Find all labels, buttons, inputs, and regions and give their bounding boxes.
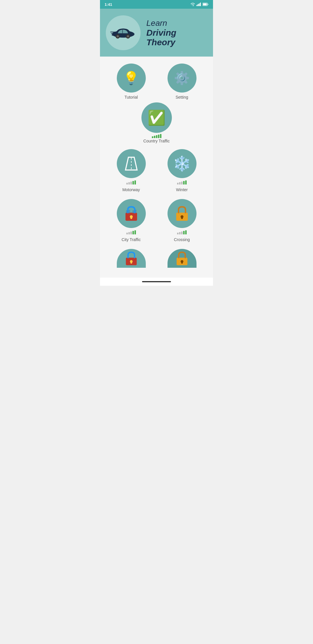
crossing-circle — [168, 199, 196, 228]
svg-rect-2 — [199, 3, 200, 6]
crossing-label: Crossing — [174, 237, 190, 242]
extra1-item[interactable] — [117, 249, 146, 268]
motorway-progress — [126, 180, 136, 184]
svg-rect-6 — [203, 3, 207, 6]
country-traffic-item[interactable]: ✅ Country Traffic — [106, 102, 207, 143]
main-content: 💡 Tutorial ⚙️ Setting ✅ Country Traffic — [100, 57, 213, 278]
country-traffic-label: Country Traffic — [143, 139, 170, 143]
app-logo — [106, 15, 141, 50]
nav-home-pill[interactable] — [142, 281, 171, 282]
svg-rect-0 — [196, 5, 197, 6]
winter-circle: ❄️ — [168, 149, 196, 178]
extra2-circle — [168, 249, 196, 268]
city-traffic-item[interactable]: City Traffic — [117, 199, 146, 242]
winter-progress — [177, 180, 187, 184]
header-text: Learn Driving Theory — [146, 19, 207, 47]
svg-rect-27 — [181, 217, 183, 219]
svg-point-10 — [117, 35, 119, 38]
country-traffic-progress — [152, 134, 161, 138]
city-traffic-circle — [117, 199, 146, 228]
nav-bar — [100, 278, 213, 286]
signal-icon — [196, 3, 201, 6]
motorway-icon — [123, 155, 140, 172]
crossing-lock-icon — [173, 205, 191, 222]
time: 1:41 — [105, 2, 112, 7]
extra1-lock-icon — [123, 250, 139, 267]
motorway-circle — [117, 149, 146, 178]
svg-rect-22 — [128, 210, 130, 213]
svg-rect-20 — [130, 217, 132, 219]
svg-rect-24 — [135, 210, 137, 213]
winter-label: Winter — [176, 187, 188, 192]
setting-icon-circle: ⚙️ — [168, 64, 196, 93]
bottom-partial-row — [106, 249, 207, 271]
setting-item[interactable]: ⚙️ Setting — [168, 64, 196, 100]
city-crossing-row: City Traffic — [106, 199, 207, 242]
extra2-lock-icon — [174, 250, 190, 267]
header-learn: Learn — [146, 19, 207, 28]
header-driving-theory: Driving Theory — [146, 28, 207, 47]
crossing-progress — [177, 230, 187, 234]
wifi-icon — [190, 3, 195, 6]
tutorial-label: Tutorial — [124, 95, 138, 100]
country-traffic-circle: ✅ — [141, 102, 172, 133]
svg-point-12 — [127, 35, 129, 38]
svg-rect-5 — [208, 4, 208, 5]
motorway-item[interactable]: Motorway — [117, 149, 146, 192]
tutorial-icon-circle: 💡 — [117, 64, 146, 93]
battery-icon — [203, 3, 208, 6]
svg-rect-21 — [126, 210, 128, 213]
svg-rect-33 — [181, 261, 183, 263]
svg-rect-30 — [130, 261, 132, 263]
svg-rect-23 — [132, 210, 134, 213]
city-traffic-label: City Traffic — [122, 237, 141, 242]
city-traffic-lock-icon — [123, 205, 140, 222]
extra2-item[interactable] — [168, 249, 196, 268]
header-banner: Learn Driving Theory — [100, 9, 213, 57]
top-row: 💡 Tutorial ⚙️ Setting — [106, 64, 207, 100]
crossing-item[interactable]: Crossing — [168, 199, 196, 242]
extra1-circle — [117, 249, 146, 268]
status-bar: 1:41 — [100, 0, 213, 9]
setting-label: Setting — [176, 95, 188, 100]
status-icons — [190, 3, 208, 6]
svg-rect-3 — [200, 3, 201, 6]
city-traffic-progress — [126, 230, 136, 234]
winter-item[interactable]: ❄️ Winter — [168, 149, 196, 192]
car-icon — [110, 25, 136, 41]
tutorial-item[interactable]: 💡 Tutorial — [117, 64, 146, 100]
svg-rect-1 — [198, 4, 199, 6]
motorway-winter-row: Motorway ❄️ Winter — [106, 149, 207, 192]
motorway-label: Motorway — [122, 187, 140, 192]
